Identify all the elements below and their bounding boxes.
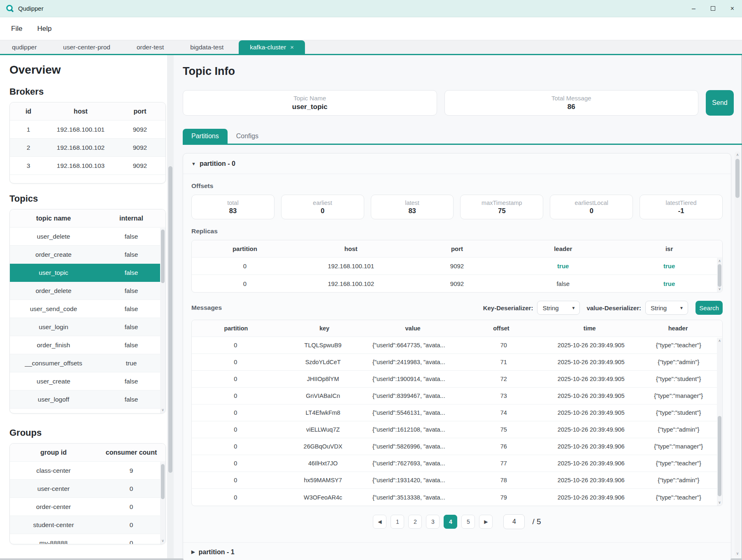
scroll-down-icon[interactable]: ∨	[717, 500, 722, 505]
message-partition: 0	[192, 376, 279, 382]
scrollbar-thumb[interactable]	[718, 264, 721, 287]
topic-row[interactable]: user_delete false	[10, 228, 165, 246]
page-jump-input[interactable]	[503, 514, 525, 529]
message-row[interactable]: 0 SzdoYLdCeT {"userId":2419983, "avata..…	[192, 354, 722, 371]
topic-row[interactable]: user_login false	[10, 318, 165, 336]
message-row[interactable]: 0 GnVIABaICn {"userId":8399467, "avata..…	[192, 388, 722, 404]
page-number-button[interactable]: 5	[461, 515, 475, 529]
message-row[interactable]: 0 viELLWuq7Z {"userId":1612108, "avata..…	[192, 421, 722, 438]
topic-internal: false	[97, 378, 165, 385]
message-row[interactable]: 0 LT4EfwkFm8 {"userId":5546131, "avata..…	[192, 404, 722, 421]
partition-1-header[interactable]: ▶ partition - 1	[183, 542, 731, 560]
scroll-up-icon[interactable]: ∧	[717, 258, 722, 264]
message-row[interactable]: 0 TLQLSpwuB9 {"userId":6647735, "avata..…	[192, 337, 722, 354]
scrollbar-thumb[interactable]	[718, 416, 721, 496]
message-offset: 71	[460, 359, 548, 365]
send-button[interactable]: Send	[706, 90, 734, 116]
message-row[interactable]: 0 JHIIOp8lYM {"userId":1900914, "avata..…	[192, 371, 722, 388]
topics-scrollbar[interactable]: ∨	[160, 228, 165, 413]
page-number-button[interactable]: 2	[408, 515, 422, 529]
cluster-tab[interactable]: bigdata-test	[179, 40, 239, 54]
topic-row[interactable]: __consumer_offsets true	[10, 354, 165, 372]
message-row[interactable]: 0 W3OFeoAR4c {"userId":3513338, "avata..…	[192, 489, 722, 506]
topic-row[interactable]: user_logoff false	[10, 390, 165, 409]
scroll-down-icon[interactable]: ∨	[717, 286, 722, 292]
scroll-down-icon[interactable]: ∨	[160, 538, 165, 544]
broker-host: 192.168.100.103	[47, 162, 114, 170]
page-next-button[interactable]: ▶	[479, 515, 493, 529]
tab-close-icon[interactable]: ×	[290, 44, 294, 51]
tab-content-scrollbar[interactable]: ∧ ∨	[735, 151, 740, 557]
maximize-button[interactable]	[703, 0, 723, 17]
cluster-tab-label: user-center-prod	[63, 44, 110, 51]
topic-name: user_delete	[10, 233, 97, 240]
close-button[interactable]: ×	[723, 0, 742, 17]
scrollbar-thumb[interactable]	[168, 166, 172, 473]
topic-row[interactable]: user_topic false	[10, 264, 165, 282]
groups-scrollbar[interactable]: ∨	[160, 462, 165, 544]
group-row[interactable]: order-center 0	[10, 498, 165, 516]
topic-internal: false	[97, 251, 165, 258]
value-deserializer-select[interactable]: String ▼	[645, 301, 688, 315]
chevron-down-icon: ▼	[679, 306, 684, 310]
menu-help[interactable]: Help	[37, 25, 51, 33]
message-row[interactable]: 0 hx59MAMSY7 {"userId":1931420, "avata..…	[192, 472, 722, 489]
sidebar-scrollbar[interactable]	[167, 55, 174, 558]
replica-isr: true	[616, 280, 722, 287]
cluster-tab[interactable]: qudipper	[1, 40, 52, 54]
topic-row[interactable]: user_create false	[10, 372, 165, 390]
scroll-down-icon[interactable]: ∨	[160, 407, 165, 413]
tab-configs[interactable]: Configs	[228, 129, 267, 144]
message-value: {"userId":3513338, "avata...	[367, 494, 460, 501]
offset-stat-card: latest 83	[371, 195, 454, 219]
page-prev-button[interactable]: ◀	[373, 515, 386, 529]
menu-file[interactable]: File	[11, 25, 22, 33]
cluster-tab[interactable]: kafka-cluster ×	[239, 40, 305, 54]
topic-row[interactable]: user_logout false	[10, 409, 165, 414]
message-offset: 73	[460, 393, 548, 399]
minimize-button[interactable]: –	[684, 0, 703, 17]
page-number-button[interactable]: 1	[391, 515, 404, 529]
column-header: key	[280, 325, 369, 332]
message-value: {"userId":1612108, "avata...	[367, 426, 460, 433]
message-value: {"userId":6647735, "avata...	[367, 342, 460, 349]
group-consumer-count: 9	[97, 467, 165, 474]
topics-table-header: topic name internal	[10, 209, 165, 228]
page-number-button[interactable]: 3	[426, 515, 440, 529]
scrollbar-thumb[interactable]	[161, 464, 165, 499]
column-header: id	[10, 108, 47, 115]
group-row[interactable]: class-center 9	[10, 462, 165, 480]
page-next-icon: ▶	[484, 519, 488, 525]
replicas-scrollbar[interactable]: ∧ ∨	[717, 258, 722, 292]
scroll-up-icon[interactable]: ∧	[735, 153, 740, 157]
broker-row: 1 192.168.100.101 9092	[10, 121, 165, 139]
tab-partitions[interactable]: Partitions	[183, 129, 228, 144]
topic-row[interactable]: user_send_code false	[10, 300, 165, 318]
messages-scrollbar[interactable]: ∧ ∨	[717, 338, 722, 506]
group-consumer-count: 0	[97, 539, 165, 545]
group-id: my-88888	[10, 539, 97, 545]
cluster-tab[interactable]: user-center-prod	[52, 40, 126, 54]
topic-row[interactable]: order_create false	[10, 246, 165, 264]
scrollbar-thumb[interactable]	[735, 159, 740, 198]
cluster-tab[interactable]: order-test	[126, 40, 179, 54]
message-partition: 0	[192, 342, 279, 349]
broker-row: 2 192.168.100.102 9092	[10, 139, 165, 157]
topic-name: user_topic	[10, 269, 97, 277]
message-row[interactable]: 0 46IlHxt7JO {"userId":7627693, "avata..…	[192, 455, 722, 472]
group-row[interactable]: student-center 0	[10, 516, 165, 534]
key-deserializer-select[interactable]: String ▼	[537, 301, 580, 315]
partition-0-header[interactable]: ▼ partition - 0	[183, 153, 731, 174]
search-button[interactable]: Search	[695, 301, 723, 315]
topic-row[interactable]: order_finish false	[10, 336, 165, 354]
scroll-up-icon[interactable]: ∧	[717, 338, 722, 344]
scrollbar-thumb[interactable]	[161, 230, 165, 283]
topic-summary-row: Topic Name user_topic Total Message 86 S…	[183, 90, 734, 116]
page-number-button[interactable]: 4	[444, 515, 457, 529]
group-row[interactable]: my-88888 0	[10, 534, 165, 544]
offset-stat-value: 75	[498, 207, 505, 215]
message-row[interactable]: 0 26GBqOuVDX {"userId":5826996, "avata..…	[192, 438, 722, 455]
scroll-down-icon[interactable]: ∨	[735, 551, 740, 555]
topic-row[interactable]: order_delete false	[10, 282, 165, 300]
group-row[interactable]: user-center 0	[10, 480, 165, 498]
